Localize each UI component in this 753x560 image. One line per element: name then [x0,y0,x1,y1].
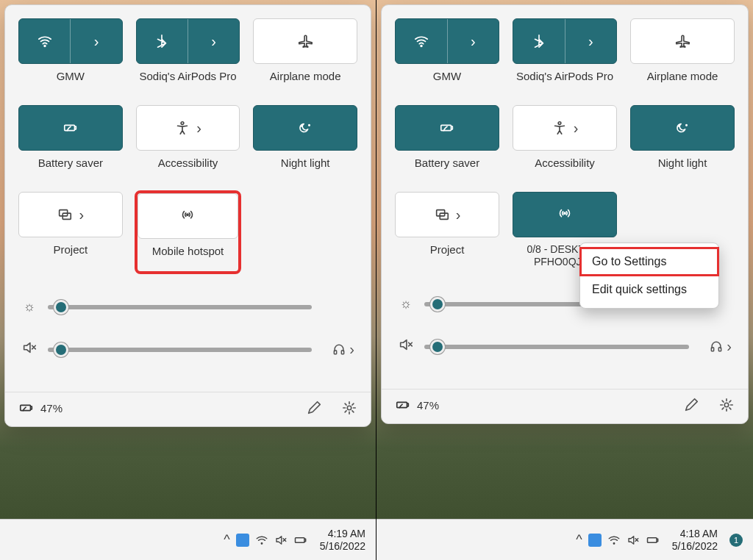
taskbar: ^ 4:19 AM 5/16/2022 [0,519,376,560]
gear-icon[interactable] [718,397,735,413]
night-light-icon [674,120,690,136]
airplane-tile[interactable] [630,18,735,64]
volume-mute-icon [21,340,38,359]
svg-point-17 [679,125,680,126]
context-go-to-settings[interactable]: Go to Settings [580,248,718,276]
night-light-tile[interactable] [630,105,735,151]
svg-point-21 [564,212,565,214]
wifi-tile[interactable]: › [395,18,499,64]
battery-saver-tile[interactable] [18,105,123,151]
svg-point-11 [347,406,351,410]
volume-slider[interactable]: › [398,337,732,356]
bluetooth-label: Sodiq's AirPods Pro [139,70,236,96]
bluetooth-icon [154,33,170,49]
mobile-hotspot-label: Mobile hotspot [138,245,239,271]
chevron-right-icon[interactable]: › [349,341,354,358]
volume-mute-icon[interactable] [627,534,640,547]
project-icon [434,207,450,223]
project-tile[interactable]: › [18,192,123,237]
mobile-hotspot-tile[interactable] [138,193,239,239]
accessibility-label: Accessibility [535,157,595,183]
chevron-right-icon[interactable]: › [456,207,461,223]
svg-point-12 [261,542,263,544]
airplane-icon [297,33,313,49]
chevron-right-icon[interactable]: › [211,33,216,50]
audio-output-icon[interactable] [332,342,346,357]
context-menu: Go to Settings Edit quick settings [579,243,719,309]
chevron-right-icon[interactable]: › [94,33,99,50]
brightness-slider[interactable]: ☼ [21,299,354,315]
battery-icon[interactable] [293,533,308,548]
wifi-icon[interactable] [255,534,268,547]
chevron-right-icon[interactable]: › [196,120,201,137]
battery-saver-tile[interactable] [395,105,499,151]
notification-badge[interactable]: 1 [729,534,743,547]
chevron-up-icon[interactable]: ^ [576,532,582,548]
audio-output-icon[interactable] [709,340,724,354]
accessibility-tile[interactable]: › [136,105,240,151]
edit-icon[interactable] [683,397,699,413]
brightness-icon: ☼ [398,296,414,312]
battery-saver-label: Battery saver [415,157,479,183]
battery-icon [18,400,35,416]
chevron-right-icon[interactable]: › [79,207,84,223]
edit-icon[interactable] [306,400,322,416]
tray-app-icon[interactable] [236,534,249,547]
volume-mute-icon[interactable] [274,534,288,547]
wifi-tile[interactable]: › [18,18,123,64]
svg-point-16 [558,122,561,125]
wifi-label: GMW [433,70,461,96]
chevron-right-icon[interactable]: › [727,338,732,355]
svg-rect-8 [335,350,337,353]
wifi-icon [413,33,429,49]
wifi-icon [37,33,53,49]
svg-point-14 [421,46,422,47]
taskbar-time: 4:18 AM [672,528,718,540]
quick-settings-footer: 47% [382,389,748,420]
tray-app-icon[interactable] [588,534,602,547]
accessibility-label: Accessibility [158,157,218,183]
chevron-right-icon[interactable]: › [574,120,579,137]
chevron-up-icon[interactable]: ^ [224,532,229,548]
bluetooth-tile[interactable]: › [513,18,617,64]
gear-icon[interactable] [341,400,357,416]
airplane-tile[interactable] [253,18,357,64]
system-tray: ^ [576,532,660,548]
bluetooth-tile[interactable]: › [136,18,240,64]
wifi-icon[interactable] [607,534,621,547]
project-tile[interactable]: › [395,192,499,237]
accessibility-icon [174,120,190,136]
battery-saver-icon [439,120,455,136]
context-edit-quick-settings[interactable]: Edit quick settings [580,276,718,304]
project-icon [57,207,73,223]
chevron-right-icon[interactable]: › [471,33,476,50]
airplane-icon [674,33,690,49]
taskbar-time: 4:19 AM [320,528,365,540]
project-label: Project [430,243,465,270]
wifi-label: GMW [57,70,85,96]
battery-status[interactable]: 47% [18,400,63,416]
volume-mute-icon [398,337,414,356]
chevron-right-icon[interactable]: › [588,33,593,50]
svg-point-26 [613,542,615,544]
svg-rect-9 [342,350,344,353]
night-light-label: Night light [658,157,707,183]
taskbar-clock[interactable]: 4:18 AM 5/16/2022 [672,528,718,553]
battery-pct: 47% [417,399,439,412]
taskbar-clock[interactable]: 4:19 AM 5/16/2022 [320,528,365,553]
battery-icon[interactable] [646,533,660,548]
mobile-hotspot-tile[interactable] [513,192,617,237]
bluetooth-icon [531,33,547,49]
night-light-tile[interactable] [253,105,357,151]
accessibility-tile[interactable]: › [513,105,617,151]
svg-point-3 [301,125,303,126]
hotspot-icon [557,207,573,223]
taskbar: ^ 4:18 AM 5/16/2022 1 [376,519,753,560]
battery-pct: 47% [40,402,63,414]
system-tray: ^ [224,532,307,548]
hotspot-icon [179,208,196,224]
battery-status[interactable]: 47% [395,397,439,413]
volume-slider[interactable]: › [21,340,354,359]
taskbar-date: 5/16/2022 [672,540,718,553]
project-label: Project [53,243,88,270]
